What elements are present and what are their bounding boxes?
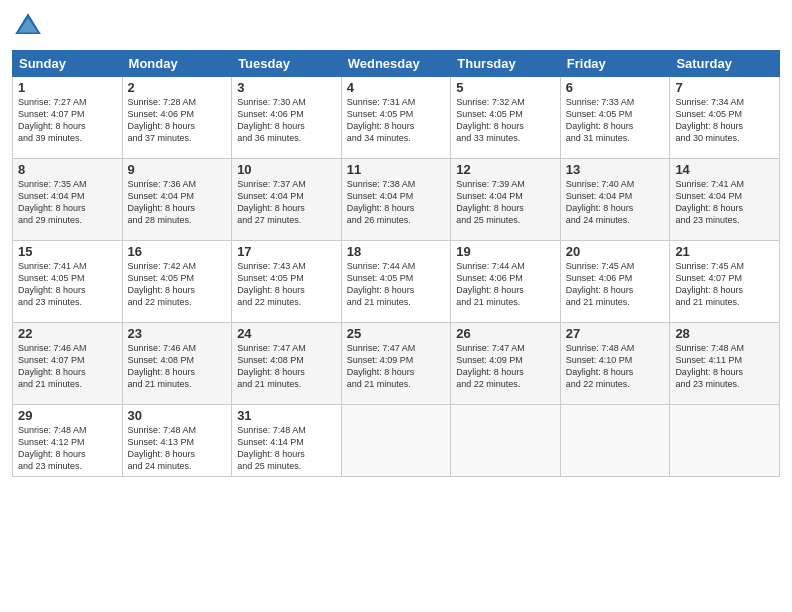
header-day-monday: Monday bbox=[122, 51, 232, 77]
calendar-day-30: 30Sunrise: 7:48 AMSunset: 4:13 PMDayligh… bbox=[122, 405, 232, 477]
day-details: Sunrise: 7:45 AMSunset: 4:06 PMDaylight:… bbox=[566, 260, 665, 309]
calendar-empty bbox=[560, 405, 670, 477]
day-number: 15 bbox=[18, 244, 117, 259]
day-number: 5 bbox=[456, 80, 555, 95]
day-number: 1 bbox=[18, 80, 117, 95]
day-details: Sunrise: 7:41 AMSunset: 4:05 PMDaylight:… bbox=[18, 260, 117, 309]
day-number: 7 bbox=[675, 80, 774, 95]
day-details: Sunrise: 7:44 AMSunset: 4:06 PMDaylight:… bbox=[456, 260, 555, 309]
day-details: Sunrise: 7:48 AMSunset: 4:10 PMDaylight:… bbox=[566, 342, 665, 391]
calendar-day-9: 9Sunrise: 7:36 AMSunset: 4:04 PMDaylight… bbox=[122, 159, 232, 241]
calendar-day-15: 15Sunrise: 7:41 AMSunset: 4:05 PMDayligh… bbox=[13, 241, 123, 323]
calendar-day-24: 24Sunrise: 7:47 AMSunset: 4:08 PMDayligh… bbox=[232, 323, 342, 405]
calendar-table: SundayMondayTuesdayWednesdayThursdayFrid… bbox=[12, 50, 780, 477]
day-number: 6 bbox=[566, 80, 665, 95]
day-number: 26 bbox=[456, 326, 555, 341]
calendar-day-3: 3Sunrise: 7:30 AMSunset: 4:06 PMDaylight… bbox=[232, 77, 342, 159]
header-day-sunday: Sunday bbox=[13, 51, 123, 77]
calendar-day-14: 14Sunrise: 7:41 AMSunset: 4:04 PMDayligh… bbox=[670, 159, 780, 241]
calendar-empty bbox=[670, 405, 780, 477]
day-number: 13 bbox=[566, 162, 665, 177]
day-details: Sunrise: 7:43 AMSunset: 4:05 PMDaylight:… bbox=[237, 260, 336, 309]
calendar-day-13: 13Sunrise: 7:40 AMSunset: 4:04 PMDayligh… bbox=[560, 159, 670, 241]
calendar-week-4: 22Sunrise: 7:46 AMSunset: 4:07 PMDayligh… bbox=[13, 323, 780, 405]
day-details: Sunrise: 7:34 AMSunset: 4:05 PMDaylight:… bbox=[675, 96, 774, 145]
calendar-day-1: 1Sunrise: 7:27 AMSunset: 4:07 PMDaylight… bbox=[13, 77, 123, 159]
calendar-day-21: 21Sunrise: 7:45 AMSunset: 4:07 PMDayligh… bbox=[670, 241, 780, 323]
day-number: 24 bbox=[237, 326, 336, 341]
calendar-day-10: 10Sunrise: 7:37 AMSunset: 4:04 PMDayligh… bbox=[232, 159, 342, 241]
calendar-day-19: 19Sunrise: 7:44 AMSunset: 4:06 PMDayligh… bbox=[451, 241, 561, 323]
calendar-empty bbox=[451, 405, 561, 477]
day-details: Sunrise: 7:48 AMSunset: 4:13 PMDaylight:… bbox=[128, 424, 227, 473]
day-number: 14 bbox=[675, 162, 774, 177]
day-number: 19 bbox=[456, 244, 555, 259]
calendar-day-23: 23Sunrise: 7:46 AMSunset: 4:08 PMDayligh… bbox=[122, 323, 232, 405]
day-number: 31 bbox=[237, 408, 336, 423]
day-details: Sunrise: 7:41 AMSunset: 4:04 PMDaylight:… bbox=[675, 178, 774, 227]
day-number: 17 bbox=[237, 244, 336, 259]
day-details: Sunrise: 7:32 AMSunset: 4:05 PMDaylight:… bbox=[456, 96, 555, 145]
day-number: 30 bbox=[128, 408, 227, 423]
calendar-day-27: 27Sunrise: 7:48 AMSunset: 4:10 PMDayligh… bbox=[560, 323, 670, 405]
calendar-body: 1Sunrise: 7:27 AMSunset: 4:07 PMDaylight… bbox=[13, 77, 780, 477]
day-details: Sunrise: 7:30 AMSunset: 4:06 PMDaylight:… bbox=[237, 96, 336, 145]
day-details: Sunrise: 7:38 AMSunset: 4:04 PMDaylight:… bbox=[347, 178, 446, 227]
calendar-empty bbox=[341, 405, 451, 477]
day-details: Sunrise: 7:35 AMSunset: 4:04 PMDaylight:… bbox=[18, 178, 117, 227]
calendar-day-20: 20Sunrise: 7:45 AMSunset: 4:06 PMDayligh… bbox=[560, 241, 670, 323]
calendar-day-5: 5Sunrise: 7:32 AMSunset: 4:05 PMDaylight… bbox=[451, 77, 561, 159]
calendar-day-26: 26Sunrise: 7:47 AMSunset: 4:09 PMDayligh… bbox=[451, 323, 561, 405]
day-details: Sunrise: 7:47 AMSunset: 4:09 PMDaylight:… bbox=[347, 342, 446, 391]
calendar-day-2: 2Sunrise: 7:28 AMSunset: 4:06 PMDaylight… bbox=[122, 77, 232, 159]
day-number: 11 bbox=[347, 162, 446, 177]
day-details: Sunrise: 7:45 AMSunset: 4:07 PMDaylight:… bbox=[675, 260, 774, 309]
day-number: 28 bbox=[675, 326, 774, 341]
calendar-day-4: 4Sunrise: 7:31 AMSunset: 4:05 PMDaylight… bbox=[341, 77, 451, 159]
header-row: SundayMondayTuesdayWednesdayThursdayFrid… bbox=[13, 51, 780, 77]
day-details: Sunrise: 7:48 AMSunset: 4:12 PMDaylight:… bbox=[18, 424, 117, 473]
header-day-friday: Friday bbox=[560, 51, 670, 77]
day-number: 2 bbox=[128, 80, 227, 95]
day-number: 23 bbox=[128, 326, 227, 341]
day-details: Sunrise: 7:48 AMSunset: 4:11 PMDaylight:… bbox=[675, 342, 774, 391]
logo-icon bbox=[12, 10, 44, 42]
day-number: 8 bbox=[18, 162, 117, 177]
calendar-week-1: 1Sunrise: 7:27 AMSunset: 4:07 PMDaylight… bbox=[13, 77, 780, 159]
calendar-day-25: 25Sunrise: 7:47 AMSunset: 4:09 PMDayligh… bbox=[341, 323, 451, 405]
calendar-week-2: 8Sunrise: 7:35 AMSunset: 4:04 PMDaylight… bbox=[13, 159, 780, 241]
day-details: Sunrise: 7:33 AMSunset: 4:05 PMDaylight:… bbox=[566, 96, 665, 145]
day-number: 20 bbox=[566, 244, 665, 259]
day-details: Sunrise: 7:47 AMSunset: 4:09 PMDaylight:… bbox=[456, 342, 555, 391]
day-details: Sunrise: 7:44 AMSunset: 4:05 PMDaylight:… bbox=[347, 260, 446, 309]
calendar-day-16: 16Sunrise: 7:42 AMSunset: 4:05 PMDayligh… bbox=[122, 241, 232, 323]
day-details: Sunrise: 7:37 AMSunset: 4:04 PMDaylight:… bbox=[237, 178, 336, 227]
day-number: 27 bbox=[566, 326, 665, 341]
calendar-header: SundayMondayTuesdayWednesdayThursdayFrid… bbox=[13, 51, 780, 77]
day-number: 12 bbox=[456, 162, 555, 177]
calendar-day-6: 6Sunrise: 7:33 AMSunset: 4:05 PMDaylight… bbox=[560, 77, 670, 159]
header-day-saturday: Saturday bbox=[670, 51, 780, 77]
day-number: 18 bbox=[347, 244, 446, 259]
header-day-thursday: Thursday bbox=[451, 51, 561, 77]
calendar-day-18: 18Sunrise: 7:44 AMSunset: 4:05 PMDayligh… bbox=[341, 241, 451, 323]
calendar-day-29: 29Sunrise: 7:48 AMSunset: 4:12 PMDayligh… bbox=[13, 405, 123, 477]
day-details: Sunrise: 7:39 AMSunset: 4:04 PMDaylight:… bbox=[456, 178, 555, 227]
day-number: 16 bbox=[128, 244, 227, 259]
calendar-day-28: 28Sunrise: 7:48 AMSunset: 4:11 PMDayligh… bbox=[670, 323, 780, 405]
calendar-day-31: 31Sunrise: 7:48 AMSunset: 4:14 PMDayligh… bbox=[232, 405, 342, 477]
day-number: 21 bbox=[675, 244, 774, 259]
day-details: Sunrise: 7:28 AMSunset: 4:06 PMDaylight:… bbox=[128, 96, 227, 145]
day-number: 22 bbox=[18, 326, 117, 341]
day-details: Sunrise: 7:36 AMSunset: 4:04 PMDaylight:… bbox=[128, 178, 227, 227]
day-number: 9 bbox=[128, 162, 227, 177]
header bbox=[12, 10, 780, 42]
day-details: Sunrise: 7:48 AMSunset: 4:14 PMDaylight:… bbox=[237, 424, 336, 473]
day-details: Sunrise: 7:46 AMSunset: 4:07 PMDaylight:… bbox=[18, 342, 117, 391]
day-number: 4 bbox=[347, 80, 446, 95]
day-number: 29 bbox=[18, 408, 117, 423]
day-number: 3 bbox=[237, 80, 336, 95]
calendar-day-22: 22Sunrise: 7:46 AMSunset: 4:07 PMDayligh… bbox=[13, 323, 123, 405]
header-day-wednesday: Wednesday bbox=[341, 51, 451, 77]
day-details: Sunrise: 7:46 AMSunset: 4:08 PMDaylight:… bbox=[128, 342, 227, 391]
